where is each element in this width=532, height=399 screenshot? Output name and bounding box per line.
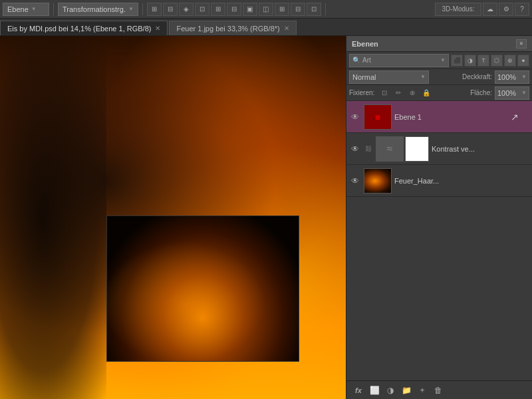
layer-thumb-content-2 (364, 169, 391, 193)
search-icon: 🔍 (352, 57, 360, 64)
filter-toggle[interactable]: ● (517, 55, 529, 66)
layer-eye-0[interactable]: 👁 (349, 111, 361, 123)
layer-thumb-2 (364, 168, 392, 194)
panel-search-row: 🔍 Art ▼ ⬛ ◑ T ⬡ ⊕ ● (346, 52, 532, 69)
toolbar-icon-5[interactable]: ⊞ (211, 3, 225, 16)
group-layers-button[interactable]: 📁 (400, 384, 413, 397)
transform-dropdown[interactable]: Transformationstrg. ▼ (58, 3, 138, 16)
toolbar-icon-1[interactable]: ⊞ (147, 3, 162, 16)
layer-thumb-0 (364, 104, 392, 130)
search-input[interactable]: Art (362, 57, 438, 64)
opacity-input[interactable]: 100% ▼ (495, 70, 529, 84)
tab-eis[interactable]: Eis by MDI.psd bei 14,1% (Ebene 1, RGB/8… (0, 21, 168, 35)
layers-list: 👁 Ebene 1 ↗ 👁 ⛓ ≈ K (346, 101, 532, 380)
blend-mode-row: Normal ▼ Deckkraft: 100% ▼ (346, 69, 532, 85)
toolbar-icon-9[interactable]: ⊞ (275, 3, 289, 16)
inset-image (106, 215, 299, 362)
lock-pixels-icon[interactable]: ⊡ (378, 87, 390, 99)
settings-icon[interactable]: ⚙ (499, 3, 513, 16)
tab-eis-close[interactable]: ✕ (155, 25, 160, 32)
new-layer-button[interactable]: + (416, 384, 429, 397)
filter-type-icon[interactable]: T (477, 55, 489, 66)
layer-thumb-content-0 (364, 105, 391, 129)
layer-dropdown[interactable]: Ebene ▼ (3, 3, 49, 16)
layer-dropdown-label: Ebene (7, 5, 29, 13)
toolbar-icon-6[interactable]: ⊟ (227, 3, 241, 16)
layer-eye-2[interactable]: 👁 (349, 175, 361, 187)
layer-mask-thumb-1 (405, 136, 429, 162)
filter-pixel-icon[interactable]: ⬛ (451, 55, 463, 66)
filter-smart-icon[interactable]: ⊕ (504, 55, 516, 66)
layer-info-1: Kontrast ve... (432, 145, 529, 153)
panel-header: Ebenen ≡ (346, 36, 532, 52)
fill-icons: ⊡ ✏ ⊕ 🔒 (378, 87, 432, 99)
fill-input[interactable]: 100% ▼ (495, 86, 529, 100)
layer-name-0: Ebene 1 (394, 113, 529, 121)
inset-fire-content (107, 216, 299, 361)
layer-item-2[interactable]: 👁 Feuer_Haar... (346, 165, 532, 197)
main-area: Ebenen ≡ 🔍 Art ▼ ⬛ ◑ T ⬡ ⊕ ● Normal ▼ (0, 36, 532, 399)
opacity-chevron: ▼ (521, 74, 527, 80)
fill-chevron: ▼ (521, 90, 527, 96)
fill-row: Fixieren: ⊡ ✏ ⊕ 🔒 Fläche: 100% ▼ (346, 85, 532, 101)
layer-filter-icons: ⬛ ◑ T ⬡ ⊕ ● (451, 55, 529, 66)
panel-bottom: fx ⬜ ◑ 📁 + 🗑 (346, 380, 532, 399)
toolbar-sep-1 (53, 3, 54, 15)
panel-bottom-icons: fx ⬜ ◑ 📁 + 🗑 (352, 384, 445, 397)
toolbar-icon-7[interactable]: ▣ (243, 3, 257, 16)
layer-info-0: Ebene 1 (394, 113, 529, 121)
lock-all-icon[interactable]: 🔒 (420, 87, 432, 99)
tab-feuer[interactable]: Feuer 1.jpg bei 33,3% (RGB/8*) ✕ (169, 21, 296, 35)
delete-layer-button[interactable]: 🗑 (432, 384, 445, 397)
cloud-icon[interactable]: ☁ (483, 3, 497, 16)
toolbar-sep-3 (325, 3, 326, 15)
opacity-label: Deckkraft: (462, 73, 492, 80)
layer-mask-content-1 (406, 137, 428, 161)
layers-panel: Ebenen ≡ 🔍 Art ▼ ⬛ ◑ T ⬡ ⊕ ● Normal ▼ (346, 36, 532, 399)
layer-thumb-1: ≈ (376, 136, 404, 162)
fx-button[interactable]: fx (352, 384, 365, 397)
toolbar-icon-10[interactable]: ⊟ (291, 3, 305, 16)
search-box[interactable]: 🔍 Art ▼ (349, 54, 449, 67)
add-adjustment-button[interactable]: ◑ (384, 384, 397, 397)
lock-label: Fixieren: (349, 89, 374, 96)
lock-brush-icon[interactable]: ✏ (392, 87, 404, 99)
layer-item-1[interactable]: 👁 ⛓ ≈ Kontrast ve... (346, 133, 532, 165)
tab-feuer-label: Feuer 1.jpg bei 33,3% (RGB/8*) (176, 25, 279, 33)
help-icon[interactable]: ? (515, 3, 529, 16)
filter-adjust-icon[interactable]: ◑ (464, 55, 476, 66)
blend-mode-value: Normal (352, 73, 376, 81)
toolbar-icon-3[interactable]: ◈ (179, 3, 194, 16)
fill-label: Fläche: (470, 89, 492, 96)
toolbar-icon-11[interactable]: ⊡ (307, 3, 321, 16)
person-left-overlay (0, 36, 106, 399)
layer-name-2: Feuer_Haar... (394, 177, 529, 185)
transform-dropdown-chevron: ▼ (128, 6, 134, 12)
layer-dropdown-chevron: ▼ (31, 6, 37, 12)
toolbar-icon-2[interactable]: ⊟ (163, 3, 178, 16)
3d-mode-btn[interactable]: 3D-Modus: (435, 3, 481, 16)
layer-chain-1: ⛓ (364, 145, 373, 152)
top-toolbar: Ebene ▼ Transformationstrg. ▼ ⊞ ⊟ ◈ ⊡ ⊞ … (0, 0, 532, 19)
toolbar-icon-8[interactable]: ◫ (259, 3, 273, 16)
toolbar-sep-2 (142, 3, 143, 15)
opacity-value-text: 100% (497, 73, 516, 81)
search-chevron: ▼ (440, 57, 446, 63)
canvas-area[interactable] (0, 36, 346, 399)
toolbar-icon-4[interactable]: ⊡ (195, 3, 209, 16)
panel-title: Ebenen (352, 40, 378, 48)
tab-feuer-close[interactable]: ✕ (284, 25, 289, 32)
layer-eye-1[interactable]: 👁 (349, 143, 361, 155)
add-mask-button[interactable]: ⬜ (368, 384, 381, 397)
lock-position-icon[interactable]: ⊕ (406, 87, 418, 99)
fill-value-text: 100% (497, 89, 516, 97)
toolbar-icons: ⊞ ⊟ ◈ ⊡ ⊞ ⊟ ▣ ◫ ⊞ ⊟ ⊡ (147, 3, 321, 16)
tab-bar: Eis by MDI.psd bei 14,1% (Ebene 1, RGB/8… (0, 19, 532, 36)
layer-item-0[interactable]: 👁 Ebene 1 ↗ (346, 101, 532, 133)
blend-mode-chevron: ▼ (420, 74, 426, 80)
filter-shape-icon[interactable]: ⬡ (491, 55, 503, 66)
blend-mode-select[interactable]: Normal ▼ (349, 70, 429, 84)
panel-menu-button[interactable]: ≡ (516, 39, 527, 49)
tab-eis-label: Eis by MDI.psd bei 14,1% (Ebene 1, RGB/8… (7, 25, 151, 33)
layer-name-1: Kontrast ve... (432, 145, 529, 153)
